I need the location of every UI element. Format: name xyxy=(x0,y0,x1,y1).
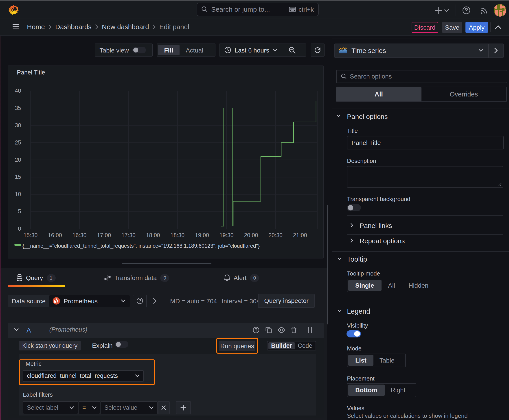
svg-text:40: 40 xyxy=(15,88,21,94)
svg-text:0: 0 xyxy=(18,225,21,232)
svg-text:5: 5 xyxy=(18,208,21,215)
svg-text:16:30: 16:30 xyxy=(72,232,86,238)
svg-text:16:00: 16:00 xyxy=(48,232,62,238)
svg-text:10: 10 xyxy=(15,191,21,197)
svg-text:17:00: 17:00 xyxy=(97,232,111,238)
svg-text:25: 25 xyxy=(15,139,21,146)
svg-text:20:30: 20:30 xyxy=(268,232,282,238)
svg-text:18:00: 18:00 xyxy=(146,232,160,238)
svg-text:18:30: 18:30 xyxy=(170,232,184,238)
svg-text:19:30: 19:30 xyxy=(219,232,233,238)
svg-text:{__name__="cloudflared_tunnel_: {__name__="cloudflared_tunnel_total_requ… xyxy=(22,243,259,249)
svg-text:35: 35 xyxy=(15,105,21,111)
svg-text:20: 20 xyxy=(15,157,21,163)
svg-text:19:00: 19:00 xyxy=(195,232,209,238)
svg-text:15: 15 xyxy=(15,174,21,180)
svg-text:30: 30 xyxy=(15,122,21,128)
svg-text:21:00: 21:00 xyxy=(293,232,307,238)
svg-text:17:30: 17:30 xyxy=(121,232,135,238)
svg-text:15:30: 15:30 xyxy=(23,232,38,238)
svg-text:20:00: 20:00 xyxy=(244,232,258,238)
